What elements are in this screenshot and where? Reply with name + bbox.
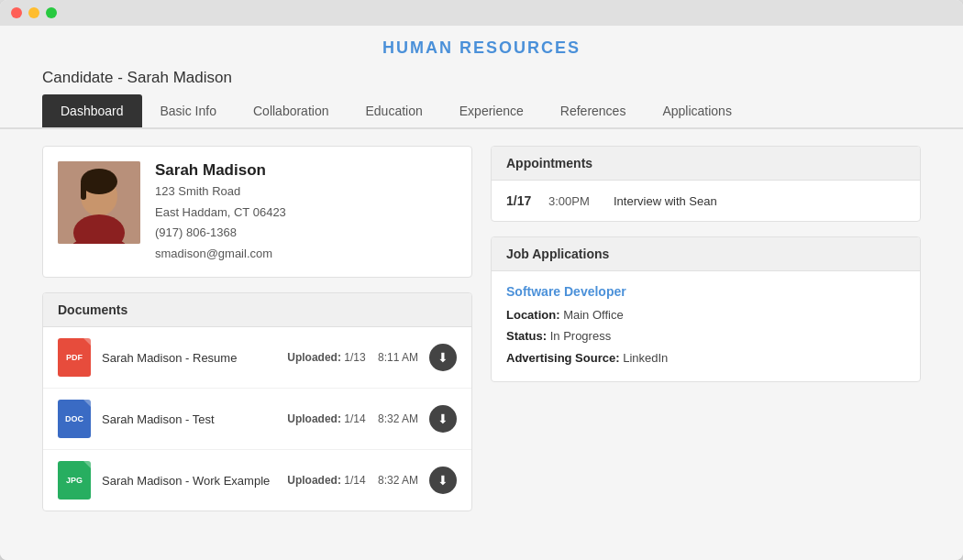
document-meta: Uploaded: 1/13 8:11 AM [287,351,418,364]
titlebar [0,0,963,26]
document-name: Sarah Madison - Resume [102,351,276,365]
jpg-icon: JPG [58,461,91,500]
appointments-body: 1/17 3:00PM Interview with Sean [492,181,920,221]
document-row: DOC Sarah Madison - Test Uploaded: 1/14 … [43,389,471,450]
maximize-button[interactable] [46,7,57,18]
tab-bar: Dashboard Basic Info Collaboration Educa… [0,94,963,129]
svg-rect-4 [81,181,86,200]
appointment-time: 3:00PM [548,194,599,208]
profile-address1: 123 Smith Road [155,182,286,201]
tab-education[interactable]: Education [347,94,440,127]
download-button[interactable]: ⬇ [429,344,457,371]
app-title: HUMAN RESOURCES [382,38,581,57]
appointment-description: Interview with Sean [614,194,717,208]
app-header: HUMAN RESOURCES [0,26,963,65]
doc-icon: DOC [58,400,91,438]
profile-info: Sarah Madison 123 Smith Road East Haddam… [155,161,286,262]
app-content: HUMAN RESOURCES Candidate - Sarah Madiso… [0,26,963,560]
documents-section: Documents PDF Sarah Madison - Resume Upl… [42,292,472,511]
job-location: Location: Main Office [506,304,905,325]
profile-card: Sarah Madison 123 Smith Road East Haddam… [42,146,472,278]
document-name: Sarah Madison - Work Example [102,474,276,488]
document-meta: Uploaded: 1/14 8:32 AM [287,474,418,487]
avatar [58,161,140,244]
job-ad-source: Advertising Source: LinkedIn [506,347,905,368]
minimize-button[interactable] [28,7,39,18]
profile-email: smadison@gmail.com [155,245,286,263]
job-applications-section: Job Applications Software Developer Loca… [491,236,921,382]
appointments-header: Appointments [492,147,920,181]
tab-basic-info[interactable]: Basic Info [142,94,235,127]
document-name: Sarah Madison - Test [102,412,276,426]
left-column: Sarah Madison 123 Smith Road East Haddam… [42,146,472,544]
job-title[interactable]: Software Developer [506,284,905,299]
download-icon: ⬇ [437,350,448,365]
pdf-icon: PDF [58,338,91,377]
page-header: Candidate - Sarah Madison [0,65,963,94]
tab-dashboard[interactable]: Dashboard [42,94,142,127]
app-window: HUMAN RESOURCES Candidate - Sarah Madiso… [0,0,963,560]
profile-phone: (917) 806-1368 [155,224,286,242]
document-row: JPG Sarah Madison - Work Example Uploade… [43,450,471,511]
profile-name: Sarah Madison [155,161,286,180]
document-meta: Uploaded: 1/14 8:32 AM [287,412,418,425]
document-row: PDF Sarah Madison - Resume Uploaded: 1/1… [43,327,471,389]
main-content: Sarah Madison 123 Smith Road East Haddam… [0,129,963,560]
tab-applications[interactable]: Applications [644,94,750,127]
job-status: Status: In Progress [506,325,905,346]
documents-body: PDF Sarah Madison - Resume Uploaded: 1/1… [43,327,471,511]
job-applications-body: Software Developer Location: Main Office… [492,271,920,381]
tab-references[interactable]: References [542,94,645,127]
download-icon: ⬇ [437,412,448,426]
tab-experience[interactable]: Experience [441,94,542,127]
tab-collaboration[interactable]: Collaboration [235,94,348,127]
page-title: Candidate - Sarah Madison [42,69,232,86]
appointment-row: 1/17 3:00PM Interview with Sean [492,181,920,221]
documents-header: Documents [43,293,471,327]
download-button[interactable]: ⬇ [429,467,457,494]
close-button[interactable] [11,7,22,18]
appointments-section: Appointments 1/17 3:00PM Interview with … [491,146,921,222]
profile-address2: East Haddam, CT 06423 [155,203,286,222]
download-icon: ⬇ [437,473,448,488]
download-button[interactable]: ⬇ [429,405,457,433]
job-applications-header: Job Applications [492,237,920,271]
right-column: Appointments 1/17 3:00PM Interview with … [491,146,921,544]
appointment-date: 1/17 [506,193,534,208]
